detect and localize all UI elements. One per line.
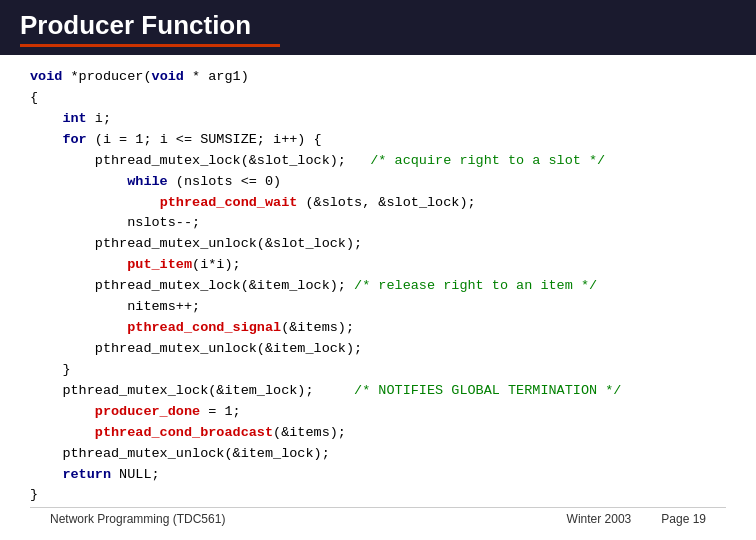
code-line: pthread_cond_broadcast(&items); (30, 423, 726, 444)
code-line: return NULL; (30, 465, 726, 486)
content: void *producer(void * arg1) { int i; for… (0, 55, 756, 540)
code-line: pthread_cond_wait (&slots, &slot_lock); (30, 193, 726, 214)
code-line: { (30, 88, 726, 109)
footer: Network Programming (TDC561) Winter 2003… (30, 507, 726, 532)
code-line: pthread_mutex_lock(&item_lock); /* NOTIF… (30, 381, 726, 402)
footer-course: Network Programming (TDC561) (50, 512, 225, 526)
code-line: int i; (30, 109, 726, 130)
code-line: } (30, 485, 726, 506)
code-line: nitems++; (30, 297, 726, 318)
code-line: put_item(i*i); (30, 255, 726, 276)
code-line: while (nslots <= 0) (30, 172, 726, 193)
footer-page: Page 19 (661, 512, 706, 526)
header: Producer Function (0, 0, 756, 55)
code-line: void *producer(void * arg1) (30, 67, 726, 88)
page: Producer Function void *producer(void * … (0, 0, 756, 540)
code-block: void *producer(void * arg1) { int i; for… (30, 67, 726, 506)
code-line: pthread_mutex_lock(&slot_lock); /* acqui… (30, 151, 726, 172)
code-line: pthread_mutex_unlock(&item_lock); (30, 444, 726, 465)
code-line: producer_done = 1; (30, 402, 726, 423)
code-line: pthread_mutex_unlock(&item_lock); (30, 339, 726, 360)
code-line: } (30, 360, 726, 381)
page-title: Producer Function (20, 10, 736, 41)
code-line: pthread_mutex_unlock(&slot_lock); (30, 234, 726, 255)
footer-meta: Winter 2003 Page 19 (567, 512, 706, 526)
code-line: pthread_mutex_lock(&item_lock); /* relea… (30, 276, 726, 297)
code-line: nslots--; (30, 213, 726, 234)
code-line: for (i = 1; i <= SUMSIZE; i++) { (30, 130, 726, 151)
footer-year: Winter 2003 (567, 512, 632, 526)
header-underline (20, 44, 280, 47)
code-line: pthread_cond_signal(&items); (30, 318, 726, 339)
